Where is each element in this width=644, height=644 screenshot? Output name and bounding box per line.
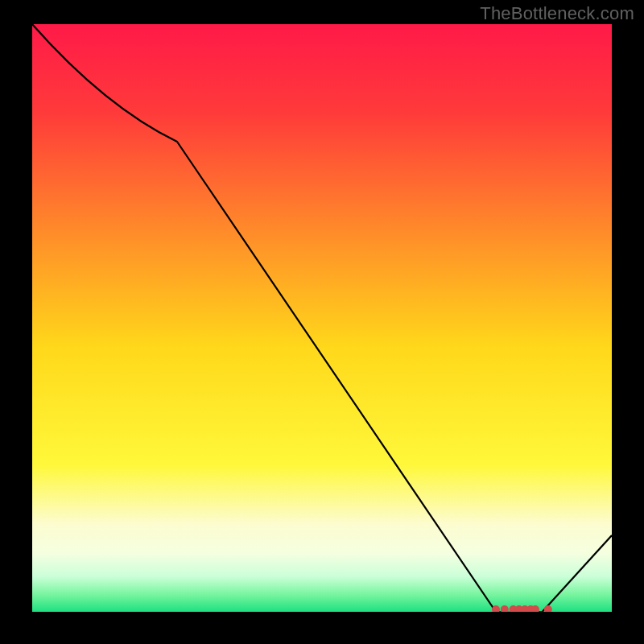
data-marker: [544, 605, 552, 612]
chart-frame: TheBottleneck.com: [0, 0, 644, 644]
plot-area: [32, 24, 612, 612]
data-marker: [501, 605, 509, 612]
bottleneck-line: [32, 24, 612, 612]
chart-curve-layer: [32, 24, 612, 612]
watermark-text: TheBottleneck.com: [480, 3, 634, 24]
